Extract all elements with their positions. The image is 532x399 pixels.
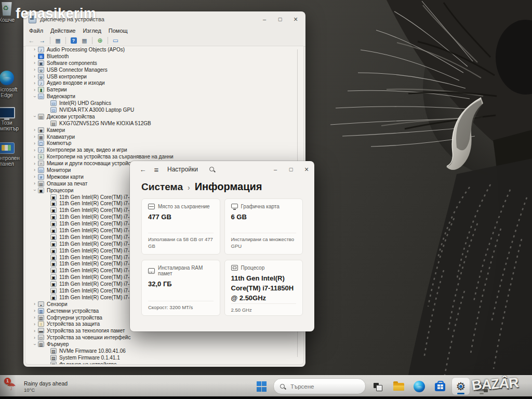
chevron-collapsed-icon[interactable]: › <box>32 141 37 146</box>
taskbar-edge-button[interactable] <box>410 378 428 395</box>
chevron-collapsed-icon[interactable]: › <box>32 87 37 92</box>
taskbar-device-manager-button[interactable] <box>473 378 490 395</box>
cpu-icon: ▣ <box>50 281 57 287</box>
chevron-expanded-icon[interactable]: › <box>32 94 37 99</box>
chevron-expanded-icon[interactable]: › <box>32 114 37 119</box>
device-tree-item[interactable]: ›BBluetooth <box>25 53 303 60</box>
cpu-icon: ▣ <box>50 221 57 227</box>
menu-item[interactable]: Файл <box>25 27 47 34</box>
legacy-hardware-icon[interactable] <box>111 36 121 45</box>
device-tree-item[interactable]: ›▢Компютър <box>25 140 303 147</box>
close-button[interactable] <box>299 164 314 175</box>
taskbar-store-button[interactable] <box>431 378 449 395</box>
chevron-collapsed-icon[interactable]: › <box>32 127 37 132</box>
chevron-collapsed-icon[interactable]: › <box>32 154 37 159</box>
chevron-collapsed-icon[interactable]: › <box>32 301 37 307</box>
chevron-collapsed-icon[interactable]: › <box>32 74 37 79</box>
device-label: USB контролери <box>47 74 87 79</box>
device-tree-item[interactable]: ›▭Видеокарти <box>25 93 303 100</box>
taskbar-file-explorer-button[interactable] <box>390 378 407 395</box>
chevron-collapsed-icon[interactable]: › <box>32 308 37 313</box>
device-tree-item[interactable]: ›▣Software components <box>25 60 303 66</box>
forward-icon[interactable] <box>37 36 47 45</box>
device-tree-item[interactable]: ›▦Клавиатури <box>25 134 303 140</box>
device-tree-item[interactable]: ›ψUSB контролери <box>25 73 303 80</box>
device-tree-item[interactable]: ▤KXG70ZNV512G NVMe KIOXIA 512GB <box>25 120 303 127</box>
device-manager-app-icon <box>29 16 36 23</box>
device-tree-item[interactable]: ›▤Дискови устройства <box>25 113 303 120</box>
device-tree-item[interactable]: ▭NVIDIA RTX A3000 Laptop GPU <box>25 107 303 113</box>
taskbar-task-view-button[interactable] <box>369 378 387 395</box>
maximize-button[interactable] <box>272 14 288 25</box>
device-tree-item[interactable]: ▭Intel(R) UHD Graphics <box>25 100 303 107</box>
chevron-collapsed-icon[interactable]: › <box>32 328 37 334</box>
search-icon[interactable] <box>205 163 219 176</box>
card-label: Графична карта <box>241 204 280 209</box>
device-label: Мишки и други посочващи устройства <box>47 161 139 166</box>
device-tree-item[interactable]: ›▨Фърмуер <box>25 341 303 348</box>
device-tree-item[interactable]: ›ψUSB Connector Managers <box>25 66 303 73</box>
minimize-button[interactable] <box>257 14 272 25</box>
device-label: Мрежови карти <box>47 174 84 180</box>
desktop-icon-recycle-bin[interactable]: Кошче <box>0 2 24 23</box>
device-tree-item[interactable]: ›◉Камери <box>25 127 303 134</box>
chevron-collapsed-icon[interactable]: › <box>32 167 37 172</box>
notification-badge: 1 <box>4 378 11 384</box>
chevron-collapsed-icon[interactable]: › <box>32 134 37 139</box>
device-tree-item[interactable]: ▨Фърмуер на устройство <box>25 361 303 365</box>
device-label: KXG70ZNV512G NVMe KIOXIA 512GB <box>59 121 151 126</box>
chevron-collapsed-icon[interactable]: › <box>32 47 37 52</box>
device-tree-item[interactable]: ▨NVMe Firmware 10.80.41.06 <box>25 348 303 354</box>
taskbar-settings-button[interactable] <box>452 378 470 395</box>
taskbar-search[interactable] <box>273 378 366 394</box>
chevron-collapsed-icon[interactable]: › <box>32 181 37 186</box>
scan-hardware-icon[interactable] <box>95 36 105 45</box>
console-tree-icon[interactable] <box>53 36 63 45</box>
menu-item[interactable]: Действие <box>47 27 79 34</box>
hamburger-menu-icon[interactable] <box>150 163 163 176</box>
device-label: Клавиатури <box>47 134 75 140</box>
firmware-icon: ▨ <box>50 348 57 354</box>
computer-icon: ▢ <box>38 140 44 146</box>
chevron-collapsed-icon[interactable]: › <box>32 60 37 65</box>
chevron-collapsed-icon[interactable]: › <box>32 161 37 166</box>
close-button[interactable] <box>288 14 303 25</box>
device-tree-item[interactable]: ›♪Аудио входове и изходи <box>25 79 303 86</box>
desktop-icon-control-panel[interactable]: Контролен панел <box>0 142 24 167</box>
chevron-collapsed-icon[interactable]: › <box>32 322 37 327</box>
chevron-collapsed-icon[interactable]: › <box>32 81 37 86</box>
device-label: Камери <box>47 127 65 133</box>
taskbar-start-button[interactable] <box>252 378 270 395</box>
device-tree-item[interactable]: ›♪Контролери за звук, видео и игри <box>25 147 303 153</box>
firmware-icon: ▨ <box>50 355 57 361</box>
desktop-icon-edge[interactable]: Microsoft Edge <box>0 71 24 98</box>
chevron-expanded-icon[interactable]: › <box>32 341 37 347</box>
minimize-button[interactable] <box>268 164 283 175</box>
device-tree-item[interactable]: ›▭Устройства за човешки интерфейс <box>25 334 303 341</box>
device-tree-item[interactable]: ›≡Контролери на устройства за съхраняван… <box>25 153 303 160</box>
maximize-button[interactable] <box>283 164 299 175</box>
help-icon[interactable] <box>69 36 78 45</box>
chevron-collapsed-icon[interactable]: › <box>32 174 37 179</box>
chevron-collapsed-icon[interactable]: › <box>32 54 37 59</box>
back-icon[interactable] <box>136 163 150 176</box>
search-input[interactable] <box>289 383 349 390</box>
breadcrumb-system[interactable]: Система <box>141 181 183 193</box>
weather-widget[interactable]: ☂ 1 Rainy days ahead 10°C <box>3 377 72 396</box>
chevron-collapsed-icon[interactable]: › <box>32 67 37 72</box>
chevron-collapsed-icon[interactable]: › <box>32 335 37 340</box>
weather-temperature: 10°C <box>24 387 68 393</box>
desktop-icon-this-pc[interactable]: Този компютър <box>0 107 24 131</box>
device-tree-item[interactable]: ›▮Батерии <box>25 86 303 93</box>
chevron-collapsed-icon[interactable]: › <box>32 148 37 153</box>
chevron-expanded-icon[interactable]: › <box>32 188 37 193</box>
chevron-collapsed-icon[interactable]: › <box>32 315 37 320</box>
device-tree-item[interactable]: ▨System Firmware 0.1.41.1 <box>25 354 303 361</box>
back-icon[interactable] <box>26 36 36 45</box>
device-tree-item[interactable]: ›♪Audio Processing Objects (APOs) <box>25 46 303 53</box>
device-label: Компютър <box>47 140 71 146</box>
menu-item[interactable]: Изглед <box>79 27 104 34</box>
edge-icon <box>414 381 425 392</box>
properties-icon[interactable] <box>79 36 89 45</box>
menu-item[interactable]: Помощ <box>105 27 131 34</box>
